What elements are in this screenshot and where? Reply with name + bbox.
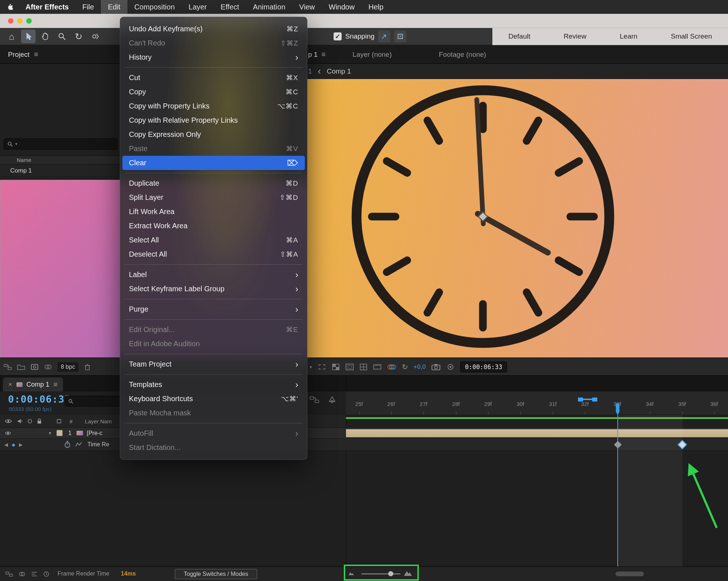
menu-item-copy-with-property-links[interactable]: Copy with Property Links⌥⌘C: [120, 99, 307, 113]
lock-column-icon[interactable]: [37, 418, 42, 424]
layer-expander-icon[interactable]: ▾: [49, 430, 51, 436]
menubar-view[interactable]: View: [292, 0, 322, 14]
work-area-bar[interactable]: [583, 399, 592, 400]
work-area-start-marker[interactable]: [578, 398, 583, 402]
current-timecode[interactable]: 0:00:06:33: [8, 394, 71, 405]
grid-guides-icon[interactable]: [359, 363, 367, 371]
reset-exposure-icon[interactable]: ↻: [402, 363, 408, 371]
menu-item-deselect-all[interactable]: Deselect All⇧⌘A: [120, 247, 307, 261]
exposure-value[interactable]: +0,0: [413, 363, 426, 371]
visibility-column-icon[interactable]: [4, 419, 12, 424]
draft-3d-icon[interactable]: [328, 396, 337, 404]
menu-item-keyboard-shortcuts[interactable]: Keyboard Shortcuts⌥⌘': [120, 392, 307, 406]
panel-menu-icon[interactable]: ≡: [34, 50, 38, 59]
timeline-ruler[interactable]: 25f 26f 27f 28f 29f 30f 31f 32f 33f 34f …: [346, 391, 728, 415]
workspace-review[interactable]: Review: [564, 32, 586, 40]
menu-item-lift-work-area[interactable]: Lift Work Area: [120, 205, 307, 219]
next-keyframe-icon[interactable]: ▶: [19, 442, 23, 447]
selection-tool-icon[interactable]: [21, 29, 36, 43]
breadcrumb-comp-label[interactable]: Comp 1: [327, 67, 351, 75]
close-window-button[interactable]: [8, 18, 13, 24]
layer-name-header[interactable]: Layer Nam: [85, 418, 111, 424]
viewer-timecode[interactable]: 0:00:06:33: [460, 361, 507, 372]
snap-option-1-button[interactable]: [378, 31, 390, 42]
keyframe-toggle-icon[interactable]: ◆: [12, 442, 15, 447]
layer-name[interactable]: [Pre-c: [87, 430, 102, 436]
project-bit-depth[interactable]: 8 bpc: [58, 362, 78, 372]
menu-item-purge[interactable]: Purge›: [120, 302, 307, 316]
menu-item-copy-expression-only[interactable]: Copy Expression Only: [120, 127, 307, 142]
toggle-render-time-icon[interactable]: [43, 571, 50, 577]
menu-item-undo[interactable]: Undo Add Keyframe(s)⌘Z: [120, 22, 307, 36]
previous-keyframe-icon[interactable]: ◀: [4, 442, 8, 447]
close-tab-icon[interactable]: ×: [8, 381, 12, 388]
solo-column-icon[interactable]: [27, 419, 32, 424]
app-name[interactable]: After Effects: [19, 3, 75, 11]
project-panel-tab[interactable]: Project ≡: [8, 45, 38, 64]
playhead-line[interactable]: [617, 403, 618, 566]
breadcrumb-back-icon[interactable]: ‹: [318, 66, 321, 77]
menu-item-duplicate[interactable]: Duplicate⌘D: [120, 176, 307, 190]
snapshot-camera-icon[interactable]: [431, 363, 441, 371]
toggle-inout-panes-icon[interactable]: [31, 571, 38, 577]
composition-viewer-tab[interactable]: p 1 ≡: [308, 45, 326, 64]
panel-menu-icon[interactable]: ≡: [54, 380, 58, 389]
composition-canvas[interactable]: [307, 79, 728, 357]
interpret-footage-icon[interactable]: [4, 364, 12, 370]
composition-mini-flowchart-icon[interactable]: [310, 396, 319, 404]
menu-item-copy-with-relative-property-links[interactable]: Copy with Relative Property Links: [120, 113, 307, 127]
pan-behind-tool-icon[interactable]: [88, 29, 103, 43]
timeline-search-input[interactable]: [65, 396, 120, 407]
zoom-tool-icon[interactable]: [55, 29, 69, 43]
new-composition-icon[interactable]: [31, 364, 39, 370]
toggle-layer-switches-icon[interactable]: [5, 571, 13, 577]
menu-item-split-layer[interactable]: Split Layer⇧⌘D: [120, 190, 307, 205]
menubar-window[interactable]: Window: [322, 0, 362, 14]
menubar-file[interactable]: File: [75, 0, 101, 14]
new-folder-icon[interactable]: [17, 364, 25, 370]
menu-item-extract-work-area[interactable]: Extract Work Area: [120, 219, 307, 233]
menu-item-select-keyframe-label-group[interactable]: Select Keyframe Label Group›: [120, 282, 307, 296]
menu-item-label[interactable]: Label›: [120, 268, 307, 282]
menu-item-team-project[interactable]: Team Project›: [120, 357, 307, 371]
footage-viewer-tab[interactable]: Footage (none): [439, 45, 486, 64]
menu-item-select-all[interactable]: Select All⌘A: [120, 233, 307, 247]
timeline-comp-tab[interactable]: × Comp 1 ≡: [3, 378, 63, 391]
region-of-interest-icon[interactable]: [318, 363, 326, 371]
menubar-help[interactable]: Help: [362, 0, 390, 14]
layer-number-header[interactable]: #: [70, 418, 72, 424]
zoom-window-button[interactable]: [26, 18, 32, 24]
menu-item-templates[interactable]: Templates›: [120, 378, 307, 392]
label-column-icon[interactable]: [56, 419, 62, 424]
project-search-input[interactable]: ▾: [4, 138, 117, 150]
stopwatch-icon[interactable]: [64, 441, 71, 448]
minimize-window-button[interactable]: [17, 18, 23, 24]
toggle-switches-modes-button[interactable]: Toggle Switches / Modes: [175, 569, 257, 579]
home-icon[interactable]: ⌂: [4, 29, 19, 43]
rotate-tool-icon[interactable]: ↻: [71, 29, 86, 43]
layer-viewer-tab[interactable]: Layer (none): [353, 45, 392, 64]
menu-item-clear[interactable]: Clear⌦: [122, 156, 305, 170]
breadcrumb-prev-partial[interactable]: 1: [308, 67, 312, 75]
snapping-checkbox[interactable]: ✓: [334, 32, 342, 40]
rulers-icon[interactable]: [373, 363, 382, 371]
adjustment-icon[interactable]: [44, 364, 52, 370]
hand-tool-icon[interactable]: [38, 29, 52, 43]
transparency-grid-icon[interactable]: [332, 363, 340, 371]
menu-item-history[interactable]: History›: [120, 50, 307, 64]
panel-menu-icon[interactable]: ≡: [321, 50, 326, 59]
layer-label-swatch[interactable]: [56, 430, 63, 436]
channel-rgb-icon[interactable]: [387, 364, 397, 370]
toggle-transfer-controls-icon[interactable]: [18, 571, 25, 577]
menubar-animation[interactable]: Animation: [246, 0, 292, 14]
workspace-default[interactable]: Default: [508, 32, 530, 40]
layer-visibility-icon[interactable]: [4, 431, 12, 435]
search-dropdown-icon[interactable]: ▾: [15, 142, 17, 146]
work-area-end-marker[interactable]: [592, 398, 597, 402]
magnification-menu-icon[interactable]: ▾: [310, 364, 312, 370]
workspace-learn[interactable]: Learn: [620, 32, 638, 40]
mask-visibility-icon[interactable]: [345, 363, 354, 371]
timeline-horizontal-scrollbar[interactable]: [615, 572, 644, 576]
workspace-small-screen[interactable]: Small Screen: [671, 32, 712, 40]
snap-option-2-button[interactable]: [394, 31, 406, 42]
